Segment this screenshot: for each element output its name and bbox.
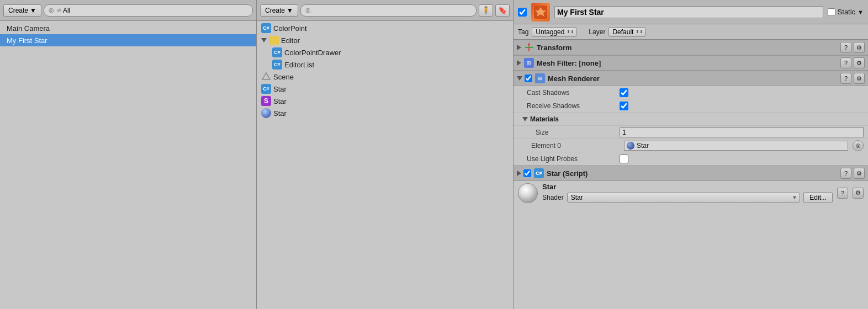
star-material-gear-btn[interactable]: ⚙ xyxy=(853,188,864,199)
starscript-title: Star (Script) xyxy=(547,169,838,178)
starscript-gear-btn[interactable]: ⚙ xyxy=(854,168,865,179)
project-icon-btn-2[interactable]: 🔖 xyxy=(495,4,510,17)
materials-expand-icon xyxy=(522,117,528,121)
cs-icon-starscript: C# xyxy=(534,168,544,178)
scene-label: Scene xyxy=(273,73,294,81)
receive-shadows-label: Receive Shadows xyxy=(527,102,615,110)
starscript-enable-checkbox[interactable] xyxy=(523,169,531,177)
star-material-gear-icon: ⚙ xyxy=(855,189,861,196)
transform-gear-icon: ⚙ xyxy=(856,44,862,51)
transform-help-btn[interactable]: ? xyxy=(840,42,851,53)
tag-label: Tag xyxy=(518,28,528,36)
search-icon: ◎ xyxy=(49,7,54,14)
cs-icon-editorlist: C# xyxy=(272,60,282,70)
hierarchy-create-label: Create xyxy=(8,7,28,14)
hierarchy-toolbar: Create ▼ ◎ ⊕ xyxy=(0,0,256,21)
inspector-body: Transform ? ⚙ ⊞ Mesh Filter: [none] ? ⚙ xyxy=(514,40,868,309)
meshrenderer-help-btn[interactable]: ? xyxy=(840,73,851,84)
inspector-panel: Static ▼ Tag Untagged Layer Default xyxy=(514,0,868,309)
layer-label: Layer xyxy=(589,28,605,36)
hierarchy-search-input[interactable] xyxy=(63,7,248,14)
static-checkbox[interactable] xyxy=(828,8,835,16)
hierarchy-list: Main Camera My First Star xyxy=(0,21,256,309)
project-item-editorlist[interactable]: C# EditorList xyxy=(268,58,513,71)
project-search-input[interactable] xyxy=(313,7,472,14)
gameobject-active-checkbox[interactable] xyxy=(518,8,527,17)
transform-expand-icon xyxy=(517,45,521,50)
receive-shadows-checkbox[interactable] xyxy=(620,102,628,110)
static-label: Static xyxy=(838,8,856,16)
colorpoint-label: ColorPoint xyxy=(273,24,307,33)
cast-shadows-checkbox[interactable] xyxy=(620,88,628,97)
element0-field: Star xyxy=(624,141,848,151)
shader-select[interactable]: Star xyxy=(567,193,801,203)
starscript-expand-icon xyxy=(517,171,521,176)
project-item-star-cs[interactable]: C# Star xyxy=(257,83,513,95)
hierarchy-search-box: ◎ ⊕ xyxy=(44,4,253,17)
hierarchy-item-my-first-star[interactable]: My First Star xyxy=(0,34,256,46)
colorpointdrawer-label: ColorPointDrawer xyxy=(284,49,341,57)
project-folder-editor[interactable]: Editor xyxy=(257,34,513,46)
meshfilter-help-icon: ? xyxy=(844,60,848,66)
folder-expand-icon xyxy=(261,38,267,42)
main-camera-label: Main Camera xyxy=(7,24,50,33)
size-label: Size xyxy=(527,129,615,136)
element0-value: Star xyxy=(637,142,649,150)
gameobject-name-input[interactable] xyxy=(554,6,823,18)
project-item-colorpointdrawer[interactable]: C# ColorPointDrawer xyxy=(268,46,513,58)
meshrenderer-component-header[interactable]: ⊞ Mesh Renderer ? ⚙ xyxy=(514,71,868,86)
project-create-button[interactable]: Create ▼ xyxy=(260,4,298,17)
transform-gear-btn[interactable]: ⚙ xyxy=(854,42,865,53)
starscript-help-icon: ? xyxy=(844,170,848,177)
shader-edit-button[interactable]: Edit... xyxy=(803,192,833,203)
star-material-name: Star xyxy=(542,183,833,191)
cs-icon-star: C# xyxy=(261,84,271,94)
meshrenderer-title: Mesh Renderer xyxy=(548,74,838,83)
s-icon-star: S xyxy=(261,96,271,106)
meshfilter-help-btn[interactable]: ? xyxy=(840,57,851,68)
hierarchy-item-main-camera[interactable]: Main Camera xyxy=(0,22,256,34)
light-probes-row: Use Light Probes xyxy=(514,152,868,166)
search-type-indicator: ⊕ xyxy=(56,7,61,13)
gameobject-icon xyxy=(531,3,550,22)
hierarchy-create-arrow: ▼ xyxy=(30,7,36,14)
tag-select-wrap[interactable]: Untagged xyxy=(532,27,576,37)
project-panel: Create ▼ ◎ 🧍 🔖 C# ColorPoint Editor C# C… xyxy=(257,0,514,309)
inspector-header: Static ▼ xyxy=(514,0,868,24)
starscript-help-btn[interactable]: ? xyxy=(840,168,851,179)
star-cs-label: Star xyxy=(273,85,287,93)
meshrenderer-enable-checkbox[interactable] xyxy=(525,74,532,82)
cs-icon-colorpointdrawer: C# xyxy=(272,47,282,57)
star-material-row: Star Shader Star ▼ Edit... ? ⚙ xyxy=(514,181,868,205)
shader-row: Shader Star ▼ Edit... xyxy=(542,192,833,203)
starscript-component-header[interactable]: C# Star (Script) ? ⚙ xyxy=(514,166,868,181)
light-probes-checkbox[interactable] xyxy=(620,154,628,163)
meshrenderer-icon: ⊞ xyxy=(534,73,546,84)
element0-target-btn[interactable]: ◎ xyxy=(853,140,864,151)
editor-folder-label: Editor xyxy=(281,36,300,45)
layer-select[interactable]: Default xyxy=(608,27,645,37)
project-item-scene[interactable]: Scene xyxy=(257,71,513,83)
static-dropdown-arrow[interactable]: ▼ xyxy=(858,9,864,15)
project-icon-btn-1[interactable]: 🧍 xyxy=(479,4,493,17)
meshrenderer-gear-btn[interactable]: ⚙ xyxy=(854,73,865,84)
hierarchy-create-button[interactable]: Create ▼ xyxy=(3,4,41,17)
size-input[interactable] xyxy=(620,127,864,137)
project-item-star-material[interactable]: Star xyxy=(257,107,513,119)
project-item-star-shader[interactable]: S Star xyxy=(257,95,513,107)
layer-select-wrap[interactable]: Default xyxy=(608,27,645,37)
tag-select[interactable]: Untagged xyxy=(532,27,576,37)
project-item-colorpoint[interactable]: C# ColorPoint xyxy=(257,22,513,34)
materials-header[interactable]: Materials xyxy=(514,113,868,126)
meshfilter-component-header[interactable]: ⊞ Mesh Filter: [none] ? ⚙ xyxy=(514,55,868,71)
meshfilter-expand-icon xyxy=(517,60,521,66)
star-material-info: Star Shader Star ▼ Edit... xyxy=(542,183,833,203)
cs-icon-colorpoint: C# xyxy=(261,23,271,33)
project-search-icon: ◎ xyxy=(305,7,311,14)
star-material-help-btn[interactable]: ? xyxy=(837,188,848,199)
transform-component-header[interactable]: Transform ? ⚙ xyxy=(514,40,868,55)
meshfilter-gear-btn[interactable]: ⚙ xyxy=(854,57,865,68)
project-create-arrow: ▼ xyxy=(287,7,293,14)
element0-icon xyxy=(627,142,634,150)
starscript-icon: C# xyxy=(533,168,544,179)
